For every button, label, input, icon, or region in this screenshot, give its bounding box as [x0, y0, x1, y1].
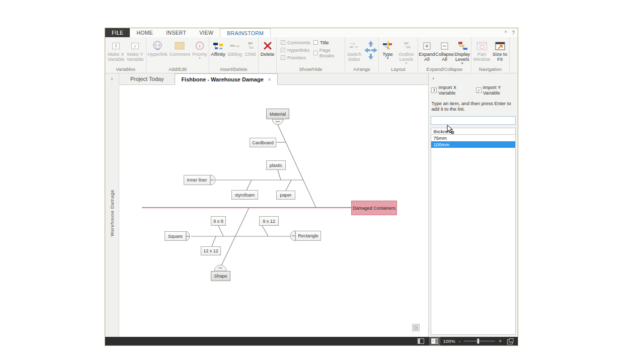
help-icon[interactable]: ? — [512, 30, 515, 36]
x-variable-icon: X — [112, 43, 120, 49]
tab-view[interactable]: VIEW — [193, 28, 220, 37]
zoom-slider-thumb[interactable] — [477, 338, 479, 344]
tab-fishbone-warehouse-damage[interactable]: Fishbone - Warehouse Damage × — [175, 73, 277, 85]
left-collapsed-panel: › Warehouse Damage — [105, 73, 119, 337]
group-delete: Delete — [259, 37, 277, 73]
hyperlink-button[interactable]: Hyperlink — [146, 39, 169, 57]
application-window: FILE HOME INSERT VIEW BRAINSTORM ^ ? X M… — [105, 28, 518, 346]
node-inner-liner[interactable]: Inner liner — [184, 175, 210, 185]
collapse-right-panel-icon[interactable]: › — [430, 73, 516, 83]
add-item-input[interactable] — [431, 116, 516, 125]
size-to-fit-button[interactable]: Size to Fit — [492, 39, 509, 62]
ribbon: X Make X Variable y Make Y Variable Vari… — [105, 37, 518, 73]
group-variables: X Make X Variable y Make Y Variable Vari… — [105, 37, 146, 73]
collapse-all-button[interactable]: Collapse All — [436, 39, 454, 62]
node-9x12[interactable]: 9 x 12 — [259, 216, 279, 226]
arrange-arrows-cluster[interactable] — [363, 39, 378, 61]
group-show-hide: ✓ Comments ✓ Hyperlinks ✓ Priorities — [277, 37, 345, 73]
node-rectangle[interactable]: Rectangle — [295, 231, 321, 241]
type-dropdown-arrow: ▼ — [386, 57, 389, 60]
child-button[interactable]: Child — [243, 39, 258, 57]
comment-button[interactable]: Comment — [169, 39, 191, 57]
import-x-variable-button[interactable]: X Import X Variable — [431, 84, 470, 96]
node-paper[interactable]: paper — [276, 191, 295, 200]
left-panel-vertical-title: Warehouse Damage — [109, 190, 115, 236]
group-insert-delete: Affinity Sibling Child Insert/Delete — [209, 37, 259, 73]
group-navigation: Pan Window Size to Fit Navigation — [471, 37, 510, 73]
affinity-button[interactable]: Affinity — [210, 39, 227, 57]
tab-insert[interactable]: INSERT — [159, 28, 193, 37]
switch-sides-button[interactable]: Switch Sides — [345, 39, 363, 62]
node-damaged-containers[interactable]: Damaged Containers — [351, 201, 397, 215]
zoom-in-button[interactable]: + — [499, 338, 502, 344]
add-item-instruction: Type an item, and then press Enter to ad… — [430, 96, 516, 112]
fit-to-window-button[interactable] — [505, 337, 515, 345]
sibling-icon — [230, 40, 240, 52]
delete-button[interactable]: Delete — [259, 39, 276, 57]
split-view-icon — [418, 338, 424, 344]
item-list[interactable]: thickness 75mm 100mm — [431, 128, 516, 335]
node-shape[interactable]: Shape — [211, 271, 230, 281]
title-checkbox-icon — [313, 40, 318, 45]
comments-checkbox-icon: ✓ — [281, 40, 285, 45]
view-mode-right-button[interactable] — [430, 337, 440, 345]
checkbox-hyperlinks[interactable]: ✓ Hyperlinks — [281, 47, 310, 53]
import-y-variable-button[interactable]: y Import Y Variable — [476, 84, 515, 96]
fishbone-canvas[interactable]: Material Cardboard plastic Inner liner s… — [119, 85, 428, 337]
page-breaks-checkbox-icon — [313, 51, 317, 55]
expand-all-icon — [423, 40, 431, 52]
pan-window-button[interactable]: Pan Window — [472, 39, 492, 62]
checkbox-title[interactable]: Title — [313, 40, 342, 45]
tab-home[interactable]: HOME — [130, 28, 159, 37]
node-square[interactable]: Square — [165, 231, 186, 241]
collapse-ribbon-icon[interactable]: ^ — [505, 30, 507, 36]
pan-window-icon — [477, 40, 487, 52]
view-mode-left-button[interactable] — [416, 337, 426, 345]
checkbox-priorities[interactable]: ✓ Priorities — [281, 55, 310, 60]
make-y-variable-button[interactable]: y Make Y Variable — [126, 39, 145, 62]
priority-button[interactable]: 1 Priority ▼ — [191, 39, 209, 60]
sibling-button[interactable]: Sibling — [227, 39, 243, 57]
affinity-icon — [213, 40, 223, 52]
display-levels-button[interactable]: Display Levels ▼ — [454, 39, 471, 65]
page-indicator-button[interactable] — [412, 324, 420, 331]
list-item[interactable]: 75mm — [431, 135, 515, 141]
list-item-selected[interactable]: 100mm — [431, 141, 515, 148]
group-add-edit: Hyperlink Comment 1 Priority ▼ Add/Edit — [146, 37, 209, 73]
outline-levels-button[interactable]: Outline Levels ▼ — [396, 39, 417, 65]
tab-project-today[interactable]: Project Today — [119, 73, 175, 84]
mouse-cursor — [447, 125, 455, 135]
close-tab-icon[interactable]: × — [268, 77, 271, 82]
direction-arrows-icon — [363, 40, 378, 61]
panel-view-icon — [431, 338, 438, 344]
node-12x12[interactable]: 12 x 12 — [201, 246, 221, 255]
make-x-variable-button[interactable]: X Make X Variable — [107, 39, 126, 62]
type-button[interactable]: Type ▼ — [380, 39, 396, 60]
zoom-out-button[interactable]: - — [459, 338, 460, 344]
hyperlinks-checkbox-icon: ✓ — [281, 48, 285, 52]
item-list-panel: › X Import X Variable y Import Y Variabl… — [428, 73, 518, 337]
tab-file[interactable]: FILE — [105, 28, 130, 37]
node-8x8[interactable]: 8 x 8 — [211, 216, 226, 226]
checkbox-page-breaks[interactable]: Page Breaks — [313, 47, 342, 58]
priority-icon: 1 — [195, 40, 204, 52]
zoom-level-value: 100% — [443, 338, 455, 344]
node-material[interactable]: Material — [266, 109, 289, 119]
node-styrofoam[interactable]: styrofoam — [231, 190, 258, 200]
ribbon-tab-bar: FILE HOME INSERT VIEW BRAINSTORM ^ ? — [105, 28, 518, 37]
group-layout: Type ▼ Outline Levels ▼ Layout — [379, 37, 418, 73]
import-y-icon: y — [476, 87, 481, 93]
checkbox-comments[interactable]: ✓ Comments — [281, 40, 310, 45]
expand-left-panel-icon[interactable]: › — [111, 73, 113, 81]
display-levels-dropdown-arrow: ▼ — [461, 62, 464, 65]
list-item[interactable]: thickness — [431, 128, 515, 135]
node-cardboard[interactable]: Cardboard — [250, 138, 276, 147]
svg-text:1: 1 — [199, 44, 201, 48]
zoom-slider[interactable] — [464, 341, 495, 341]
node-plastic[interactable]: plastic — [266, 160, 286, 170]
y-variable-icon: y — [131, 43, 139, 49]
tab-brainstorm[interactable]: BRAINSTORM — [220, 28, 271, 37]
layout-type-icon — [383, 40, 393, 52]
expand-all-button[interactable]: Expand All — [418, 39, 436, 62]
corner-arrow-icon — [414, 325, 418, 330]
